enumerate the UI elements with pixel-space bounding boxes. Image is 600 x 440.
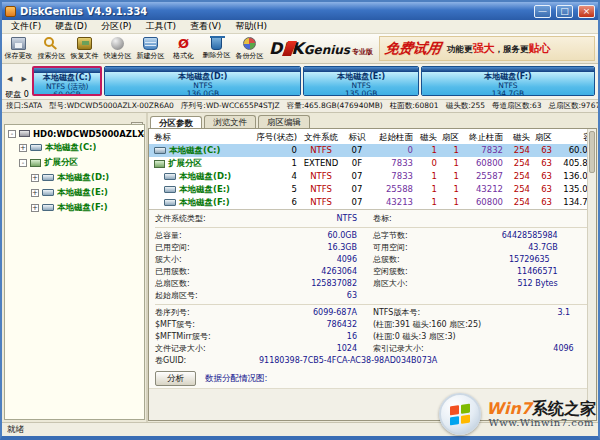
expander-icon[interactable]: + xyxy=(31,189,39,197)
save-changes-button[interactable]: 保存更改 xyxy=(2,34,35,63)
delete-partition-button[interactable]: 删除分区 xyxy=(200,34,233,63)
search-icon xyxy=(44,37,54,47)
quick-partition-icon xyxy=(111,37,124,50)
disk-tree: - HD0:WDCWD5000AZLX-00ZR6A0(466GB) + 本地磁… xyxy=(4,124,145,420)
table-row[interactable]: 扩展分区 1 EXTEND 0F 7833 0 1 60800 254 63 4… xyxy=(149,157,596,170)
tree-node-e[interactable]: + 本地磁盘(E:) xyxy=(5,185,144,200)
table-header-row: 卷标 序号(状态) 文件系统 标识 起始柱面 磁头 扇区 终止柱面 磁头 扇区 … xyxy=(149,131,596,144)
tab-strip: 分区参数 浏览文件 扇区编辑 xyxy=(148,113,598,128)
partition-block-d[interactable]: 本地磁盘(D:) NTFS 136.0GB xyxy=(104,66,301,96)
disk-navigator: ◀ ▶ 硬盘 0 xyxy=(2,64,32,99)
recover-files-button[interactable]: 恢复文件 xyxy=(68,34,101,63)
windows-logo-icon xyxy=(439,393,481,435)
expander-icon[interactable]: + xyxy=(31,174,39,182)
free-trial-text: 免费试用 xyxy=(383,40,442,58)
recover-files-icon xyxy=(77,37,92,50)
tree-node-d[interactable]: + 本地磁盘(D:) xyxy=(5,170,144,185)
tree-node-f[interactable]: + 本地磁盘(F:) xyxy=(5,200,144,215)
expander-icon[interactable]: - xyxy=(19,159,27,167)
tree-panel-header: × xyxy=(2,113,146,124)
partition-graph-bar: ◀ ▶ 硬盘 0 本地磁盘(C:) NTFS (活动) 60.0GB 本地磁盘(… xyxy=(2,64,598,100)
partition-details: 文件系统类型:NTFS卷标: 总容量:60.0GB总字节数:6442858598… xyxy=(149,209,596,369)
quick-partition-button[interactable]: 快速分区 xyxy=(101,34,134,63)
disk-icon xyxy=(19,130,30,137)
tree-node-c[interactable]: + 本地磁盘(C:) xyxy=(5,140,144,155)
drive-icon xyxy=(42,189,54,196)
winwin7-watermark: Win7系统之家 Www.Winwin7.com xyxy=(439,393,596,435)
toolbar: 保存更改 搜索分区 恢复文件 快速分区 新建分区 Ø 格式化 删除分区 备份分区 xyxy=(2,34,598,64)
table-row[interactable]: 本地磁盘(E:) 5 NTFS 07 25588 1 1 43212 254 6… xyxy=(149,183,596,196)
analyze-button[interactable]: 分析 xyxy=(155,371,196,386)
prev-disk-button[interactable]: ◀ xyxy=(5,75,14,83)
floppy-icon xyxy=(11,37,26,50)
diskgenius-logo: DI K Genius 专业版 xyxy=(269,39,373,58)
table-row[interactable]: 本地磁盘(D:) 4 NTFS 07 7833 1 1 25587 254 63… xyxy=(149,170,596,183)
title-bar: DiskGenius V4.9.1.334 — □ × xyxy=(2,2,598,20)
table-row[interactable]: 本地磁盘(F:) 6 NTFS 07 43213 1 1 60800 254 6… xyxy=(149,196,596,209)
promo-banner[interactable]: 免费试用 功能更强大，服务更贴心 xyxy=(379,36,595,61)
main-area: × - HD0:WDCWD5000AZLX-00ZR6A0(466GB) + 本… xyxy=(2,113,598,422)
drive-icon xyxy=(164,186,176,193)
format-button[interactable]: Ø 格式化 xyxy=(167,34,200,63)
watermark-brand: Win7系统之家 xyxy=(486,400,596,417)
backup-partition-button[interactable]: 备份分区 xyxy=(233,34,266,63)
expander-icon[interactable]: + xyxy=(19,144,27,152)
tree-node-disk[interactable]: - HD0:WDCWD5000AZLX-00ZR6A0(466GB) xyxy=(5,127,144,140)
drive-icon xyxy=(164,173,176,180)
new-partition-icon xyxy=(143,37,158,50)
disk-info-line: 接口:SATA 型号:WDCWD5000AZLX-00ZR6A0 序列号:WD-… xyxy=(2,100,598,113)
watermark-url: Www.Winwin7.com xyxy=(486,417,596,428)
partition-block-f[interactable]: 本地磁盘(F:) NTFS 134.7GB xyxy=(421,66,595,96)
maximize-button[interactable]: □ xyxy=(556,5,573,18)
scrollbar-thumb[interactable] xyxy=(589,131,595,173)
next-disk-button[interactable]: ▶ xyxy=(20,75,29,83)
drive-icon xyxy=(42,174,54,181)
partition-blocks: 本地磁盘(C:) NTFS (活动) 60.0GB 本地磁盘(D:) NTFS … xyxy=(32,64,598,99)
close-button[interactable]: × xyxy=(578,5,595,18)
trash-icon xyxy=(211,37,222,50)
tab-browse-files[interactable]: 浏览文件 xyxy=(204,115,256,128)
vertical-scrollbar[interactable] xyxy=(587,129,596,420)
backup-partition-icon xyxy=(243,37,256,50)
drive-icon xyxy=(164,199,176,206)
drive-icon xyxy=(30,144,42,151)
menu-file[interactable]: 文件(F) xyxy=(4,20,48,33)
drive-icon xyxy=(154,147,166,154)
analysis-row: 分析 数据分配情况图: xyxy=(149,369,596,388)
new-partition-button[interactable]: 新建分区 xyxy=(134,34,167,63)
table-row[interactable]: 本地磁盘(C:) 0 NTFS 07 0 1 1 7832 254 63 60.… xyxy=(149,144,596,157)
disk-label: 硬盘 0 xyxy=(2,89,32,100)
diskgenius-window: DiskGenius V4.9.1.334 — □ × 文件(F) 硬盘(D) … xyxy=(0,0,600,440)
app-icon xyxy=(5,6,16,17)
minimize-button[interactable]: — xyxy=(534,5,551,18)
tab-sector-edit[interactable]: 扇区编辑 xyxy=(258,115,310,128)
menu-bar: 文件(F) 硬盘(D) 分区(P) 工具(T) 查看(V) 帮助(H) xyxy=(2,20,598,34)
menu-disk[interactable]: 硬盘(D) xyxy=(48,20,94,33)
menu-help[interactable]: 帮助(H) xyxy=(228,20,274,33)
tree-node-extended[interactable]: - 扩展分区 xyxy=(5,155,144,170)
menu-tools[interactable]: 工具(T) xyxy=(139,20,184,33)
menu-view[interactable]: 查看(V) xyxy=(183,20,228,33)
allocation-map-label: 数据分配情况图: xyxy=(205,373,267,385)
slogan-text: 功能更强大，服务更贴心 xyxy=(447,41,551,56)
expander-icon[interactable]: + xyxy=(31,204,39,212)
format-icon: Ø xyxy=(176,37,191,50)
extended-partition-icon xyxy=(154,160,165,168)
search-partition-button[interactable]: 搜索分区 xyxy=(35,34,68,63)
partition-block-c[interactable]: 本地磁盘(C:) NTFS (活动) 60.0GB xyxy=(32,66,102,96)
disk-tree-panel: × - HD0:WDCWD5000AZLX-00ZR6A0(466GB) + 本… xyxy=(2,113,148,422)
window-title: DiskGenius V4.9.1.334 xyxy=(20,6,529,17)
partition-block-e[interactable]: 本地磁盘(E:) NTFS 135.0GB xyxy=(303,66,418,96)
expander-icon[interactable]: - xyxy=(8,130,16,138)
drive-icon xyxy=(42,204,54,211)
partition-table: 卷标 序号(状态) 文件系统 标识 起始柱面 磁头 扇区 终止柱面 磁头 扇区 … xyxy=(149,129,596,209)
status-text: 就绪 xyxy=(7,424,24,436)
menu-partition[interactable]: 分区(P) xyxy=(94,20,138,33)
partition-detail-panel: 分区参数 浏览文件 扇区编辑 卷标 序号(状态) 文件系统 标识 起始柱面 磁头… xyxy=(148,113,598,422)
extended-partition-icon xyxy=(30,159,41,167)
